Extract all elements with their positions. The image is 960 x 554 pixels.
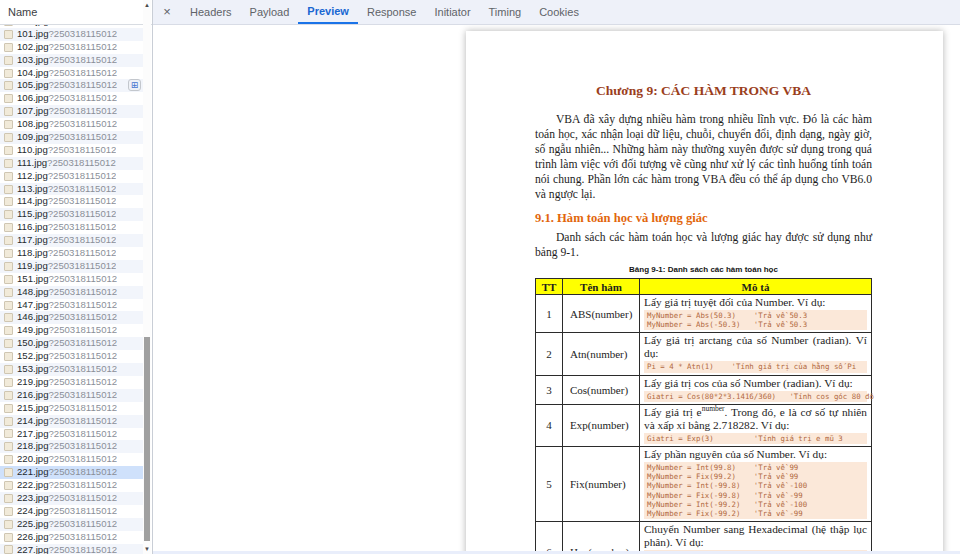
tab-response[interactable]: Response xyxy=(358,0,426,24)
functions-table-header-row: TTTên hàmMô tả xyxy=(536,279,872,295)
request-row[interactable]: 151.jpg?250318115012 xyxy=(0,273,144,286)
request-row[interactable]: 147.jpg?250318115012 xyxy=(0,299,144,312)
file-thumbnail-icon xyxy=(4,197,13,206)
request-name: 117.jpg?250318115012 xyxy=(17,234,116,247)
request-row[interactable]: 217.jpg?250318115012 xyxy=(0,428,144,441)
request-name: 215.jpg?250318115012 xyxy=(17,402,117,415)
file-thumbnail-icon xyxy=(4,210,13,219)
request-row[interactable]: 103.jpg?250318115012 xyxy=(0,54,144,67)
request-row[interactable]: 109.jpg?250318115012 xyxy=(0,131,144,144)
request-name: 153.jpg?250318115012 xyxy=(17,363,117,376)
column-header: Tên hàm xyxy=(563,279,640,295)
request-row[interactable]: 225.jpg?250318115012 xyxy=(0,518,144,531)
function-description: Chuyển Number sang Hexadecimal (hệ thập … xyxy=(644,523,867,549)
tab-timing[interactable]: Timing xyxy=(480,0,531,24)
request-row[interactable]: 107.jpg?250318115012 xyxy=(0,105,144,118)
request-row[interactable]: 223.jpg?250318115012 xyxy=(0,492,144,505)
request-row[interactable]: 219.jpg?250318115012 xyxy=(0,376,144,389)
request-row[interactable]: 116.jpg?250318115012 xyxy=(0,221,144,234)
request-name: 146.jpg?250318115012 xyxy=(17,311,117,324)
function-description: Lấy giá trị enumber. Trong đó, e là cơ s… xyxy=(644,406,867,432)
request-row[interactable]: 114.jpg?250318115012 xyxy=(0,195,144,208)
request-row[interactable]: 111.jpg?250318115012 xyxy=(0,157,144,170)
request-row[interactable]: 224.jpg?250318115012 xyxy=(0,505,144,518)
request-row[interactable]: 148.jpg?250318115012 xyxy=(0,286,144,299)
request-row[interactable]: 153.jpg?250318115012 xyxy=(0,363,144,376)
scrollbar-thumb[interactable] xyxy=(144,337,150,541)
file-thumbnail-icon xyxy=(4,43,13,52)
code-example: Giatri = Exp(3) 'Tính giá trị e mũ 3 xyxy=(644,433,867,444)
request-row[interactable]: 214.jpg?250318115012 xyxy=(0,415,144,428)
tab-list: HeadersPayloadPreviewResponseInitiatorTi… xyxy=(181,0,588,24)
table-row: 5Fix(number)Lấy phần nguyên của số Numbe… xyxy=(536,447,872,522)
request-name: 222.jpg?250318115012 xyxy=(17,479,117,492)
request-row[interactable]: 110.jpg?250318115012 xyxy=(0,144,144,157)
scrollbar-down-icon[interactable]: ▼ xyxy=(143,545,151,553)
code-example: MyNumber = Int(99.8) 'Trả về 99 MyNumber… xyxy=(644,462,867,519)
request-name: 108.jpg?250318115012 xyxy=(17,118,117,131)
file-thumbnail-icon xyxy=(4,25,13,26)
tab-headers[interactable]: Headers xyxy=(181,0,241,24)
close-icon[interactable]: × xyxy=(153,0,181,24)
tab-payload[interactable]: Payload xyxy=(241,0,299,24)
refresh-badge-icon[interactable]: ⊞ xyxy=(128,79,141,91)
doc-section-intro: Danh sách các hàm toán học và lượng giác… xyxy=(535,230,872,260)
request-row[interactable]: 105.jpg?250318115012⊞ xyxy=(0,79,144,92)
request-row[interactable]: 106.jpg?250318115012 xyxy=(0,92,144,105)
code-example: MyNumber = Abs(50.3) 'Trả về 50.3 MyNumb… xyxy=(644,310,867,330)
request-row[interactable]: 118.jpg?250318115012 xyxy=(0,247,144,260)
request-row[interactable]: 101.jpg?250318115012 xyxy=(0,28,144,41)
file-thumbnail-icon xyxy=(4,455,13,464)
request-name: 118.jpg?250318115012 xyxy=(17,247,116,260)
tab-cookies[interactable]: Cookies xyxy=(530,0,588,24)
request-row[interactable]: 222.jpg?250318115012 xyxy=(0,479,144,492)
scrollbar-up-icon[interactable]: ▲ xyxy=(143,1,151,9)
request-row[interactable]: 216.jpg?250318115012 xyxy=(0,389,144,402)
request-row[interactable]: 227.jpg?250318115012 xyxy=(0,544,144,554)
file-thumbnail-icon xyxy=(4,378,13,387)
file-thumbnail-icon xyxy=(4,288,13,297)
request-name: 216.jpg?250318115012 xyxy=(17,389,117,402)
tab-initiator[interactable]: Initiator xyxy=(425,0,479,24)
request-name: 110.jpg?250318115012 xyxy=(17,144,116,157)
request-row[interactable]: 108.jpg?250318115012 xyxy=(0,118,144,131)
file-thumbnail-icon xyxy=(4,120,13,129)
table-row: 3Cos(number)Lấy giá trị cos của số Numbe… xyxy=(536,375,872,404)
request-row[interactable]: 113.jpg?250318115012 xyxy=(0,183,144,196)
request-row[interactable]: 102.jpg?250318115012 xyxy=(0,41,144,54)
request-row[interactable]: 218.jpg?250318115012 xyxy=(0,440,144,453)
request-name: 150.jpg?250318115012 xyxy=(17,337,117,350)
request-row[interactable]: 117.jpg?250318115012 xyxy=(0,234,144,247)
request-row[interactable]: 152.jpg?250318115012 xyxy=(0,350,144,363)
request-row[interactable]: 104.jpg?250318115012 xyxy=(0,67,144,80)
request-row[interactable]: 146.jpg?250318115012 xyxy=(0,311,144,324)
request-name: 225.jpg?250318115012 xyxy=(17,518,117,531)
doc-section-heading: 9.1. Hàm toán học và lượng giác xyxy=(535,211,872,226)
request-row[interactable]: 149.jpg?250318115012 xyxy=(0,324,144,337)
request-row[interactable]: 119.jpg?250318115012 xyxy=(0,260,144,273)
request-row[interactable]: 115.jpg?250318115012 xyxy=(0,208,144,221)
file-thumbnail-icon xyxy=(4,365,13,374)
request-row[interactable]: 112.jpg?250318115012 xyxy=(0,170,144,183)
request-name: 223.jpg?250318115012 xyxy=(17,492,117,505)
file-thumbnail-icon xyxy=(4,301,13,310)
detail-tabbar: × HeadersPayloadPreviewResponseInitiator… xyxy=(153,0,960,25)
request-name: 218.jpg?250318115012 xyxy=(17,440,117,453)
request-name: 227.jpg?250318115012 xyxy=(17,544,117,554)
request-row[interactable]: 215.jpg?250318115012 xyxy=(0,402,144,415)
request-name: 148.jpg?250318115012 xyxy=(17,286,117,299)
request-row[interactable]: 220.jpg?250318115012 xyxy=(0,453,144,466)
file-thumbnail-icon xyxy=(4,236,13,245)
request-list: 100.jpg?250318115012101.jpg?250318115012… xyxy=(0,25,144,554)
name-column-header[interactable]: Name xyxy=(0,0,152,25)
sidebar-scrollbar[interactable]: ▲ ▼ xyxy=(143,0,151,554)
request-row[interactable]: 221.jpg?250318115012 xyxy=(0,466,144,479)
file-thumbnail-icon xyxy=(4,468,13,477)
request-name: 114.jpg?250318115012 xyxy=(17,195,116,208)
file-thumbnail-icon xyxy=(4,56,13,65)
request-row[interactable]: 226.jpg?250318115012 xyxy=(0,531,144,544)
request-row[interactable]: 150.jpg?250318115012 xyxy=(0,337,144,350)
tab-preview[interactable]: Preview xyxy=(298,0,358,24)
file-thumbnail-icon xyxy=(4,507,13,516)
request-name: 107.jpg?250318115012 xyxy=(17,105,117,118)
